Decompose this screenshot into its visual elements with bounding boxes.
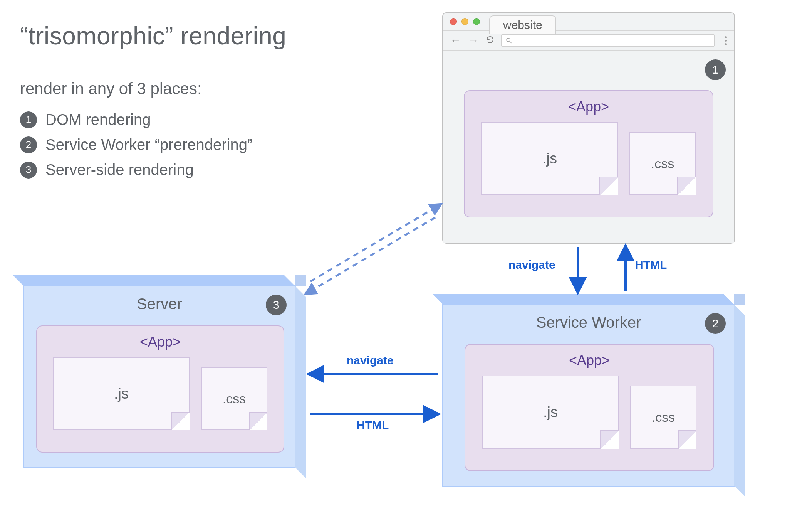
diagram-root: “trisomorphic” rendering render in any o… [0, 0, 812, 512]
badge-3-icon: 3 [20, 162, 37, 179]
server-badge: 3 [266, 295, 287, 315]
js-file-icon: .js [481, 122, 618, 195]
page-fold-icon [599, 177, 618, 195]
menu-icon [725, 36, 727, 45]
page-title: “trisomorphic” rendering [20, 22, 286, 50]
browser-app-panel: <App> .js .css [464, 90, 713, 217]
file-row: .js .css [482, 376, 696, 449]
file-label: .js [543, 404, 558, 421]
list-item-sw: 2 Service Worker “prerendering” [20, 136, 252, 153]
app-label: <App> [569, 352, 610, 369]
badge-2-icon: 2 [20, 136, 37, 153]
browser-window: website ← → 1 <App> .js [442, 12, 735, 244]
forward-icon: → [468, 34, 479, 47]
search-icon [505, 37, 512, 44]
list-item-label: Server-side rendering [45, 161, 194, 179]
browser-tab: website [489, 15, 556, 34]
tab-label: website [503, 19, 542, 31]
page-subtitle: render in any of 3 places: [20, 79, 202, 98]
label-html-vertical: HTML [635, 258, 667, 271]
back-icon: ← [450, 34, 461, 47]
js-file-icon: .js [482, 376, 619, 449]
page-fold-icon [249, 412, 267, 430]
file-label: .css [652, 410, 675, 425]
server-title: Server [24, 295, 295, 313]
badge-1-icon: 1 [20, 111, 37, 128]
file-label: .js [542, 150, 557, 167]
url-bar [501, 34, 715, 47]
page-fold-icon [678, 430, 696, 449]
label-navigate-vertical: navigate [508, 258, 555, 271]
arrow-dashed-up [310, 204, 441, 281]
app-label: <App> [140, 334, 181, 350]
list-item-ssr: 3 Server-side rendering [20, 161, 252, 179]
list-item-label: DOM rendering [45, 111, 151, 128]
js-file-icon: .js [53, 357, 190, 430]
page-fold-icon [677, 177, 696, 195]
page-fold-icon [600, 430, 619, 449]
service-worker-box: Service Worker 2 <App> .js .css [442, 304, 735, 487]
label-html-horizontal: HTML [357, 419, 389, 432]
svg-point-0 [507, 38, 510, 42]
app-label: <App> [568, 99, 609, 115]
server-app-panel: <App> .js .css [36, 325, 284, 453]
file-label: .css [223, 391, 246, 406]
browser-badge: 1 [705, 59, 726, 80]
worker-title: Service Worker [443, 314, 734, 331]
file-row: .js .css [53, 357, 267, 430]
css-file-icon: .css [201, 367, 267, 430]
browser-toolbar: ← → [443, 31, 734, 51]
browser-titlebar: website [443, 13, 734, 31]
server-box: Server 3 <App> .js .css [23, 285, 296, 468]
css-file-icon: .css [629, 132, 696, 195]
minimize-icon [461, 18, 468, 25]
list-item-dom: 1 DOM rendering [20, 111, 252, 128]
file-label: .js [114, 386, 129, 402]
svg-line-1 [510, 41, 512, 43]
css-file-icon: .css [630, 386, 696, 449]
file-row: .js .css [481, 122, 696, 195]
label-navigate-horizontal: navigate [347, 354, 394, 367]
worker-badge: 2 [705, 313, 726, 334]
file-label: .css [651, 156, 674, 171]
render-places-list: 1 DOM rendering 2 Service Worker “preren… [20, 111, 252, 179]
worker-app-panel: <App> .js .css [465, 344, 714, 471]
close-icon [450, 18, 457, 25]
maximize-icon [473, 18, 480, 25]
page-fold-icon [171, 412, 190, 430]
browser-viewport: 1 <App> .js .css [443, 51, 734, 243]
reload-icon [485, 35, 495, 46]
arrow-dashed-down [306, 217, 435, 294]
list-item-label: Service Worker “prerendering” [45, 136, 252, 153]
